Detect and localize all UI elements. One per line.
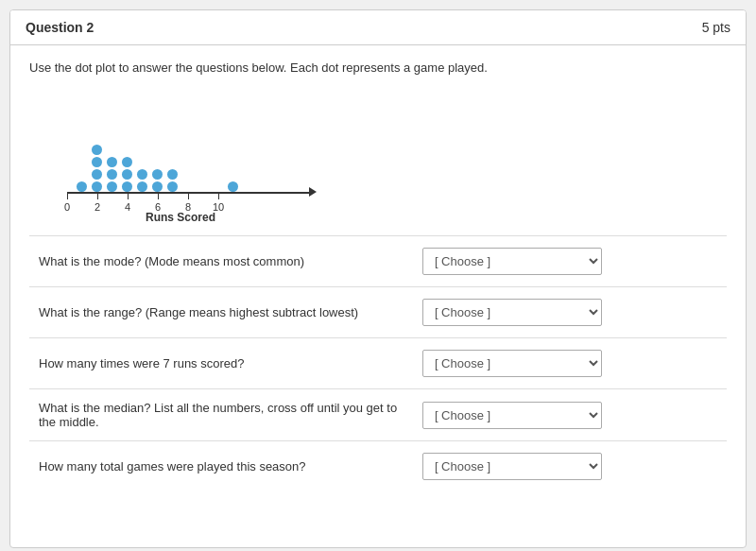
question-card: Question 2 5 pts Use the dot plot to ans… [9, 9, 747, 548]
dot [167, 181, 178, 192]
dot [122, 181, 132, 192]
question-row: What is the median? List all the numbers… [29, 389, 727, 441]
dot [152, 181, 163, 192]
question-select-5[interactable]: [ Choose ]14161820 [422, 453, 602, 480]
tick-4 [128, 192, 129, 199]
dot [92, 157, 102, 167]
question-select-cell-3: [ Choose ]0123 [413, 338, 727, 389]
dot [122, 169, 132, 180]
question-text-4: What is the median? List all the numbers… [29, 389, 413, 441]
questions-table: What is the mode? (Mode means most commo… [29, 235, 727, 491]
tick-2 [97, 192, 98, 199]
label-0: 0 [64, 201, 70, 213]
card-header: Question 2 5 pts [10, 10, 746, 45]
question-select-2[interactable]: [ Choose ]891011 [422, 299, 602, 326]
dot [77, 181, 87, 192]
question-select-cell-1: [ Choose ]2345 [413, 236, 727, 287]
tick-10 [218, 192, 219, 199]
instructions-text: Use the dot plot to answer the questions… [29, 60, 727, 75]
dot [107, 157, 117, 167]
question-row: What is the range? (Range means highest … [29, 287, 727, 338]
axis-line [67, 192, 313, 194]
dot [167, 169, 178, 180]
question-text-1: What is the mode? (Mode means most commo… [29, 236, 413, 287]
question-select-cell-2: [ Choose ]891011 [413, 287, 727, 338]
question-select-3[interactable]: [ Choose ]0123 [422, 350, 602, 377]
dot [152, 169, 163, 180]
axis-title: Runs Scored [146, 211, 215, 224]
dot [92, 145, 102, 155]
question-select-1[interactable]: [ Choose ]2345 [422, 248, 602, 275]
dot-plot-container: 0 2 4 6 8 10 Runs Scored [29, 88, 727, 220]
question-text-5: How many total games were played this se… [29, 441, 413, 492]
dot [92, 169, 102, 180]
dot [137, 181, 147, 192]
dot [228, 181, 238, 192]
dot [107, 181, 117, 192]
label-2: 2 [94, 201, 100, 213]
tick-8 [188, 192, 189, 199]
question-select-cell-5: [ Choose ]14161820 [413, 441, 727, 492]
dot-plot: 0 2 4 6 8 10 Runs Scored [48, 88, 313, 220]
question-select-cell-4: [ Choose ]3456 [413, 389, 727, 441]
question-text-3: How many times were 7 runs scored? [29, 338, 413, 389]
axis-arrow [309, 187, 317, 197]
tick-6 [158, 192, 159, 199]
question-row: How many total games were played this se… [29, 441, 727, 492]
question-select-4[interactable]: [ Choose ]3456 [422, 402, 602, 429]
question-title: Question 2 [26, 20, 94, 35]
question-row: How many times were 7 runs scored?[ Choo… [29, 338, 727, 389]
question-text-2: What is the range? (Range means highest … [29, 287, 413, 338]
tick-0 [67, 192, 68, 199]
dot [137, 169, 147, 180]
question-row: What is the mode? (Mode means most commo… [29, 236, 727, 287]
dot [122, 157, 132, 167]
card-body: Use the dot plot to answer the questions… [10, 45, 746, 507]
dot [107, 169, 117, 180]
points-label: 5 pts [702, 20, 730, 35]
label-4: 4 [125, 201, 130, 213]
dot [92, 181, 102, 192]
